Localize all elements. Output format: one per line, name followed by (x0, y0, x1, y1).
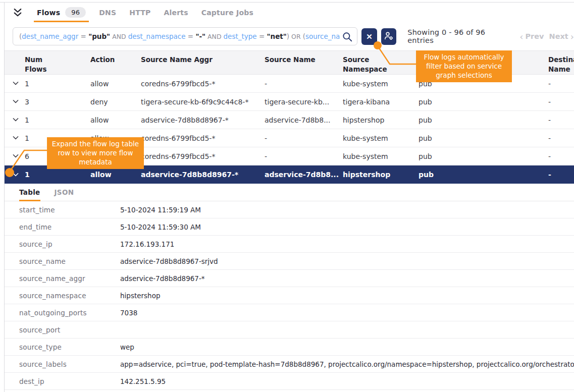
column-header-source-namespace: Source Namespace (343, 55, 388, 74)
panel-left-border (4, 3, 5, 392)
column-header-source-name: Source Name (265, 55, 343, 65)
cell-destination-name: - (548, 152, 574, 160)
column-header-action: Action (90, 55, 141, 65)
cell-source-namespace: kube-system (343, 152, 419, 160)
filter-bar: (dest_name_aggr = "pub" AND dest_namespa… (13, 27, 574, 46)
cell-num-flows: 1 (25, 171, 90, 179)
flows-count-badge: 96 (65, 7, 86, 18)
cell-num-flows: 3 (25, 98, 90, 106)
detail-field-row: nat_outgoing_ports 7038 (5, 304, 574, 321)
detail-field-row: source_name adservice-7d8b8d8967-srjvd (5, 253, 574, 270)
detail-field-row: source_port (5, 321, 574, 339)
detail-field-key: source_namespace (19, 292, 120, 300)
detail-field-row: source_ip 172.16.193.171 (5, 236, 574, 253)
cell-action: allow (90, 116, 141, 124)
table-row[interactable]: 3 deny tigera-secure-kb-6f9c9c44c8-* tig… (5, 93, 574, 111)
prev-page-button[interactable]: ‹ Prev (519, 31, 544, 42)
tab-dns[interactable]: DNS (99, 3, 116, 22)
detail-field-key: source_ip (19, 240, 120, 248)
column-header-destination-name: Destination Name (548, 55, 574, 74)
flow-detail-table: start_time 5-10-2024 11:59:19 AM end_tim… (5, 201, 574, 390)
cell-destination-name: - (548, 171, 574, 179)
cell-destination-name: - (548, 98, 574, 106)
column-header-source-name-aggr: Source Name Aggr (141, 55, 265, 65)
tab-flows[interactable]: Flows 96 (37, 3, 86, 22)
cell-source-name-aggr: adservice-7d8b8d8967-* (141, 171, 265, 179)
detail-field-value: adservice-7d8b8d8967-srjvd (120, 257, 574, 265)
cell-source-namespace: tigera-kibana (343, 98, 419, 106)
callout-filter-tip: Flow logs automatically filter based on … (416, 50, 512, 82)
cell-source-namespace: hipstershop (343, 116, 419, 124)
cell-source-name: - (265, 152, 343, 160)
detail-field-key: source_name_aggr (19, 274, 120, 283)
cell-dest-name-aggr: pub (419, 98, 548, 106)
table-row[interactable]: 1 allow adservice-7d8b8d8967-* adservice… (5, 111, 574, 129)
log-type-tab-bar: Flows 96 DNS HTTP Alerts Capture Jobs (5, 3, 574, 22)
detail-field-key: source_name (19, 257, 120, 265)
cell-source-name: tigera-secure-kb... (265, 98, 343, 106)
cell-action: deny (90, 98, 141, 106)
chevron-down-icon[interactable] (13, 136, 25, 140)
chevron-down-icon[interactable] (13, 154, 25, 158)
cell-action: allow (90, 80, 141, 88)
detail-field-row: end_time 5-10-2024 11:59:30 AM (5, 218, 574, 236)
cell-destination-name: - (548, 116, 574, 124)
tab-http[interactable]: HTTP (129, 3, 150, 22)
cell-dest-name-aggr: pub (419, 152, 548, 160)
tab-flows-label: Flows (37, 9, 60, 17)
flow-logs-panel: Flows 96 DNS HTTP Alerts Capture Jobs (d… (0, 0, 574, 392)
clear-filter-button[interactable]: ✕ (361, 28, 377, 45)
detail-field-key: end_time (19, 223, 120, 231)
detail-field-key: dest_ip (19, 377, 120, 385)
cell-dest-name-aggr: pub (419, 116, 548, 124)
detail-field-value: wep (120, 343, 574, 351)
chevron-down-icon[interactable] (13, 99, 25, 104)
cell-source-name-aggr: coredns-6799fbcd5-* (141, 152, 265, 160)
cell-source-name: adservice-7d8b8... (265, 171, 343, 179)
pagination-summary: Showing 0 - 96 of 96 entries (407, 28, 505, 44)
cell-source-name: - (265, 80, 343, 88)
next-page-button[interactable]: Next › (549, 31, 574, 42)
person-gear-icon (384, 31, 394, 42)
close-icon: ✕ (366, 33, 373, 40)
filter-query-input[interactable]: (dest_name_aggr = "pub" AND dest_namespa… (13, 27, 357, 45)
cell-source-name-aggr: coredns-6799fbcd5-* (141, 80, 265, 88)
detail-field-row: source_name_aggr adservice-7d8b8d8967-* (5, 270, 574, 287)
detail-field-key: source_port (19, 326, 120, 334)
detail-tab-json[interactable]: JSON (55, 184, 74, 201)
detail-field-value: adservice-7d8b8d8967-* (120, 274, 574, 283)
cell-source-name: adservice-7d8b8... (265, 116, 343, 124)
user-settings-button[interactable] (381, 28, 396, 45)
detail-field-value: app=adservice, pci=true, pod-template-ha… (120, 360, 574, 368)
detail-field-row: source_labels app=adservice, pci=true, p… (5, 356, 574, 373)
collapse-panel-icon[interactable] (13, 8, 24, 18)
detail-field-key: start_time (19, 206, 120, 214)
callout-expand-tip: Expand the flow log table row to view mo… (47, 137, 144, 169)
cell-num-flows: 1 (25, 116, 90, 124)
chevron-down-icon[interactable] (13, 118, 25, 122)
chevron-down-icon[interactable] (13, 81, 25, 86)
cell-destination-name: - (548, 134, 574, 142)
detail-field-row: source_namespace hipstershop (5, 287, 574, 304)
cell-dest-name-aggr: pub (419, 171, 548, 179)
detail-field-key: source_type (19, 343, 120, 351)
chevron-left-icon: ‹ (519, 31, 523, 42)
detail-field-value: hipstershop (120, 292, 574, 300)
chevron-right-icon: › (570, 31, 574, 42)
detail-field-value: 5-10-2024 11:59:30 AM (120, 223, 574, 231)
chevron-down-icon[interactable] (13, 173, 25, 177)
cell-destination-name: - (548, 80, 574, 88)
detail-field-key: nat_outgoing_ports (19, 309, 120, 317)
cell-source-name-aggr: adservice-7d8b8d8967-* (141, 116, 265, 124)
detail-tab-table[interactable]: Table (19, 184, 40, 201)
cell-source-namespace: hipstershop (343, 171, 419, 179)
tab-alerts[interactable]: Alerts (164, 3, 188, 22)
cell-source-namespace: kube-system (343, 80, 419, 88)
cell-source-namespace: kube-system (343, 134, 419, 142)
detail-field-value: 7038 (120, 309, 574, 317)
tab-capture-jobs[interactable]: Capture Jobs (201, 3, 253, 22)
column-header-num-flows: Num Flows (25, 55, 54, 74)
detail-field-value: 142.251.5.95 (120, 377, 574, 385)
filter-query-text: (dest_name_aggr = "pub" AND dest_namespa… (19, 32, 340, 40)
search-icon[interactable] (342, 31, 353, 42)
